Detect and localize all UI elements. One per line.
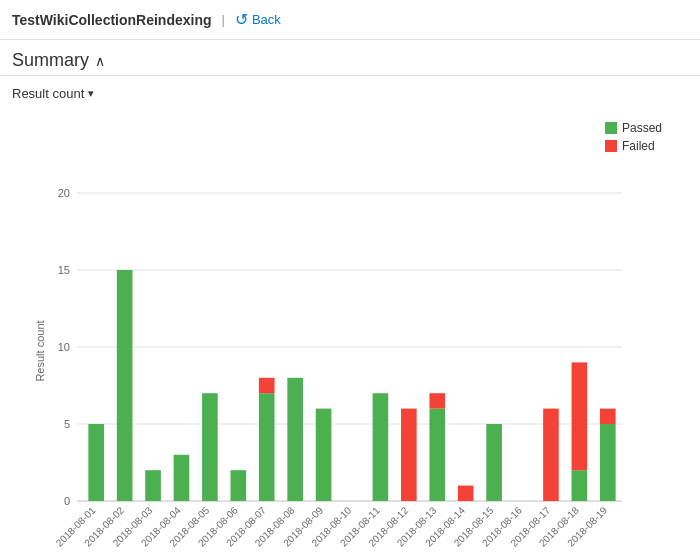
x-labels-group: 2018-08-012018-08-022018-08-032018-08-04… bbox=[54, 504, 610, 548]
y-axis: 0 5 10 15 20 bbox=[58, 187, 622, 507]
summary-label: Summary bbox=[12, 50, 89, 71]
bar-failed-2018-08-13 bbox=[429, 393, 445, 408]
result-count-dropdown[interactable]: Result count ▾ bbox=[12, 86, 94, 101]
bar-passed-2018-08-07 bbox=[259, 393, 275, 501]
bar-failed-2018-08-19 bbox=[600, 409, 616, 424]
header: TestWikiCollectionReindexing | ↺ Back bbox=[0, 0, 700, 40]
bar-passed-2018-08-09 bbox=[316, 409, 332, 501]
bar-passed-2018-08-02 bbox=[117, 270, 133, 501]
bar-passed-2018-08-05 bbox=[202, 393, 218, 501]
back-label: Back bbox=[252, 12, 281, 27]
chart-container: Result count ▾ Passed Failed 0 bbox=[0, 76, 700, 551]
back-icon: ↺ bbox=[235, 10, 248, 29]
bar-passed-2018-08-18 bbox=[572, 470, 588, 501]
bar-passed-2018-08-04 bbox=[174, 455, 190, 501]
dropdown-label: Result count bbox=[12, 86, 84, 101]
bar-passed-2018-08-06 bbox=[231, 470, 247, 501]
bar-passed-2018-08-11 bbox=[373, 393, 389, 501]
svg-text:5: 5 bbox=[64, 418, 70, 430]
bar-failed-2018-08-07 bbox=[259, 378, 275, 393]
bar-failed-2018-08-12 bbox=[401, 409, 417, 501]
bar-passed-2018-08-15 bbox=[486, 424, 502, 501]
bar-passed-2018-08-01 bbox=[88, 424, 104, 501]
dropdown-chevron-icon: ▾ bbox=[88, 87, 94, 100]
back-button[interactable]: ↺ Back bbox=[235, 10, 281, 29]
bar-passed-2018-08-03 bbox=[145, 470, 161, 501]
bar-failed-2018-08-17 bbox=[543, 409, 559, 501]
chevron-up-icon[interactable]: ∧ bbox=[95, 53, 105, 69]
svg-text:0: 0 bbox=[64, 495, 70, 507]
bar-passed-2018-08-13 bbox=[429, 409, 445, 501]
svg-text:20: 20 bbox=[58, 187, 70, 199]
summary-section: Summary ∧ bbox=[0, 40, 700, 76]
bar-passed-2018-08-08 bbox=[287, 378, 303, 501]
bar-passed-2018-08-19 bbox=[600, 424, 616, 501]
bars-group bbox=[88, 270, 615, 501]
chart-svg: 0 5 10 15 20 Result count 2018- bbox=[32, 111, 672, 551]
page-title: TestWikiCollectionReindexing bbox=[12, 12, 212, 28]
bar-failed-2018-08-18 bbox=[572, 362, 588, 470]
svg-text:10: 10 bbox=[58, 341, 70, 353]
svg-text:15: 15 bbox=[58, 264, 70, 276]
chart-area: Passed Failed 0 5 10 bbox=[12, 111, 672, 551]
y-axis-label: Result count bbox=[34, 320, 46, 381]
bar-failed-2018-08-14 bbox=[458, 486, 474, 501]
separator: | bbox=[222, 12, 225, 27]
summary-header: Summary ∧ bbox=[12, 50, 688, 71]
